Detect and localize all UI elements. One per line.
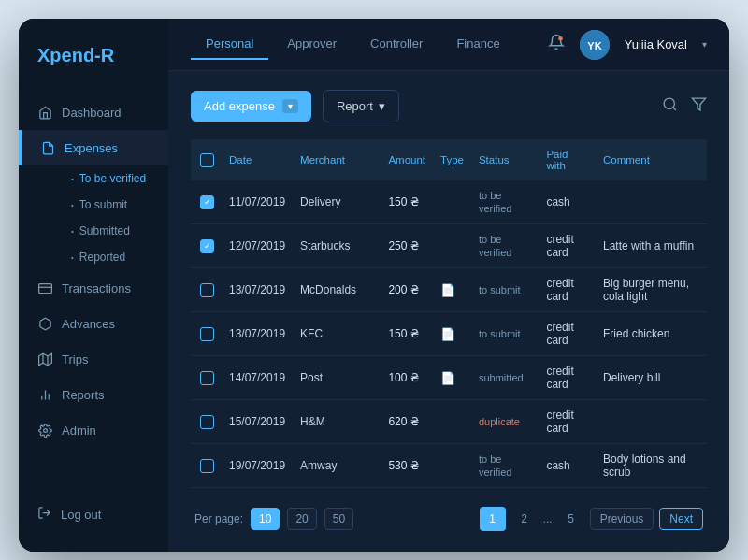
next-page-button[interactable]: Next: [659, 508, 703, 530]
svg-text:YK: YK: [587, 40, 601, 51]
expenses-table-container: Date Merchant Amount Type Status Paid wi…: [191, 139, 707, 494]
search-icon[interactable]: [662, 96, 678, 116]
tab-approver[interactable]: Approver: [272, 29, 352, 60]
cell-paid-with: cash: [539, 444, 596, 488]
logout-label: Log out: [61, 508, 101, 522]
main-content: Personal Approver Controller Finance YK: [168, 19, 729, 552]
credit-card-icon: [37, 280, 52, 295]
select-all-checkbox[interactable]: [200, 153, 214, 167]
cell-amount: 250 ₴: [381, 224, 433, 268]
row-checkbox[interactable]: [200, 239, 214, 253]
table-row: 14/07/2019Post100 ₴📄submittedcredit card…: [191, 356, 707, 400]
table-row: 13/07/2019KFC150 ₴📄to submitcredit cardF…: [191, 312, 707, 356]
expenses-sub-menu: To be verified To submit Submitted Repor…: [19, 165, 168, 270]
cell-merchant: KFC: [293, 312, 381, 356]
cell-paid-with: credit card: [539, 268, 596, 312]
tab-finance[interactable]: Finance: [441, 29, 514, 60]
page-5[interactable]: 5: [558, 507, 584, 531]
page-navigation: 1 2 ... 5 Previous Next: [480, 507, 703, 531]
cell-date: 11/07/2019: [222, 180, 293, 224]
cell-amount: 200 ₴: [381, 268, 433, 312]
page-content: Add expense ▾ Report ▾: [168, 71, 729, 552]
table-row: 20/07/2019Tickets online420 ₴duplicateca…: [191, 488, 707, 495]
previous-page-button[interactable]: Previous: [590, 508, 654, 530]
cell-comment: Body lotions and scrub: [596, 444, 707, 488]
cell-status: to be verified: [471, 180, 539, 224]
report-chevron: ▾: [379, 99, 385, 113]
sub-item-submitted[interactable]: Submitted: [62, 218, 168, 244]
document-icon: 📄: [440, 327, 455, 341]
top-navigation: Personal Approver Controller Finance YK: [168, 19, 729, 71]
toolbar-actions-right: [662, 96, 707, 116]
user-controls: YK Yuliia Koval ▾: [548, 30, 707, 60]
home-icon: [37, 105, 52, 120]
tab-personal[interactable]: Personal: [191, 29, 268, 60]
app-logo: Xpend-R: [19, 19, 168, 94]
cell-merchant: Amway: [293, 444, 381, 488]
cell-paid-with: cash: [539, 488, 596, 495]
sidebar-item-advances[interactable]: Advances: [19, 306, 168, 341]
page-2[interactable]: 2: [511, 507, 538, 531]
sidebar-item-dashboard[interactable]: Dashboard: [19, 94, 168, 130]
sidebar-item-trips[interactable]: Trips: [19, 341, 168, 377]
sub-item-reported[interactable]: Reported: [62, 244, 168, 270]
cell-paid-with: credit card: [539, 312, 596, 356]
sidebar-item-expenses[interactable]: Expenses: [19, 130, 168, 165]
add-expense-chevron: ▾: [282, 99, 298, 113]
add-expense-button[interactable]: Add expense ▾: [191, 91, 311, 122]
row-checkbox[interactable]: [200, 195, 214, 209]
cell-status: duplicate: [471, 400, 539, 444]
sub-item-to-submit[interactable]: To submit: [62, 192, 168, 218]
cell-status: submitted: [471, 356, 539, 400]
row-checkbox[interactable]: [200, 283, 214, 297]
cell-merchant: Post: [293, 356, 381, 400]
cell-date: 13/07/2019: [222, 312, 293, 356]
page-1[interactable]: 1: [480, 507, 506, 531]
svg-line-14: [673, 108, 676, 110]
filter-icon[interactable]: [691, 96, 707, 116]
cell-merchant: Starbucks: [293, 224, 381, 268]
per-page-50[interactable]: 50: [324, 508, 353, 530]
row-checkbox[interactable]: [200, 459, 214, 473]
sidebar-item-reports[interactable]: Reports: [19, 377, 168, 412]
row-checkbox[interactable]: [200, 371, 214, 385]
page-ellipsis: ...: [543, 512, 553, 525]
svg-marker-2: [38, 353, 51, 366]
col-status: Status: [471, 139, 539, 180]
cell-amount: 530 ₴: [381, 444, 433, 488]
cell-merchant: McDonalds: [293, 268, 381, 312]
report-button[interactable]: Report ▾: [323, 90, 399, 122]
per-page-20[interactable]: 20: [287, 508, 316, 530]
cell-comment: Fried chicken: [596, 312, 707, 356]
sidebar-item-transactions[interactable]: Transactions: [19, 270, 168, 306]
svg-marker-15: [692, 98, 705, 110]
cell-comment: Tickets to lviv: [596, 488, 707, 495]
logout-button[interactable]: Log out: [19, 495, 168, 533]
cell-paid-with: credit card: [539, 400, 596, 444]
cell-status: duplicate: [471, 488, 539, 495]
col-checkbox: [191, 139, 222, 180]
per-page-10[interactable]: 10: [251, 508, 280, 530]
sidebar: Xpend-R Dashboard Expenses To be verifie…: [19, 19, 168, 552]
action-toolbar: Add expense ▾ Report ▾: [191, 90, 707, 122]
row-checkbox[interactable]: [200, 415, 214, 429]
cell-type: [433, 444, 471, 488]
table-row: 15/07/2019H&M620 ₴duplicatecredit card: [191, 400, 707, 444]
sidebar-item-label: Dashboard: [62, 106, 122, 120]
row-checkbox[interactable]: [200, 327, 214, 341]
cell-amount: 620 ₴: [381, 400, 433, 444]
tab-controller[interactable]: Controller: [355, 29, 438, 60]
cell-paid-with: cash: [539, 180, 596, 224]
cell-amount: 420 ₴: [381, 488, 433, 495]
sidebar-item-admin[interactable]: Admin: [19, 412, 168, 448]
col-type: Type: [433, 139, 471, 180]
cell-amount: 100 ₴: [381, 356, 433, 400]
sub-item-to-be-verified[interactable]: To be verified: [62, 165, 168, 192]
col-date: Date: [222, 139, 293, 180]
chevron-down-icon[interactable]: ▾: [702, 39, 707, 50]
notification-icon[interactable]: [548, 34, 565, 55]
svg-point-13: [664, 98, 674, 108]
cell-comment: [596, 180, 707, 224]
box-icon: [37, 316, 52, 331]
cell-comment: Big burger menu, cola light: [596, 268, 707, 312]
